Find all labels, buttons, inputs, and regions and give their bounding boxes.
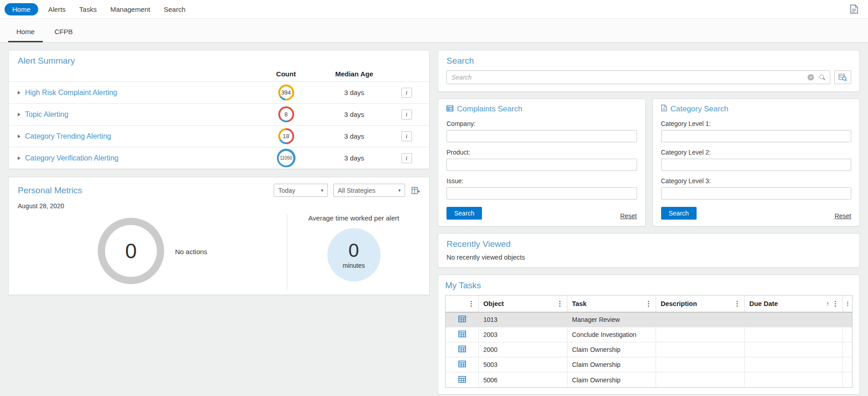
task-description-cell	[656, 312, 745, 327]
actions-label: No actions	[175, 248, 207, 256]
alert-count-value: 394	[280, 86, 292, 99]
export-icon[interactable]	[411, 186, 420, 195]
nav-item-management[interactable]: Management	[110, 5, 151, 13]
task-description-cell	[656, 342, 745, 357]
row-end-cell	[843, 372, 853, 387]
column-header-description: Description	[661, 300, 697, 307]
alert-count-value: 8	[280, 108, 292, 120]
report-document-icon[interactable]	[850, 5, 858, 14]
alert-row-topic: Topic Alerting 8 3 days i	[9, 103, 429, 125]
table-options-icon[interactable]: ⋮	[845, 301, 851, 307]
search-title: Search	[447, 56, 851, 66]
company-label: Company:	[447, 120, 637, 127]
average-time-unit: minutes	[342, 262, 365, 269]
period-select-value: Today	[278, 187, 295, 194]
complaints-search-card: Complaints Search Company: Product: Issu…	[438, 99, 646, 226]
recently-viewed-title: Recently Viewed	[447, 239, 851, 249]
count-column-header: Count	[256, 70, 316, 78]
expand-icon[interactable]	[18, 91, 20, 95]
median-age-value: 3 days	[316, 89, 393, 96]
alert-count-donut: 8	[278, 106, 294, 122]
task-due-date-cell	[745, 327, 843, 342]
task-object-icon[interactable]	[458, 346, 466, 354]
column-menu-icon[interactable]: ⋮	[644, 300, 653, 308]
tasks-table: ⋮ Object⋮ Task⋮ Description⋮ Due Date↑⋮ …	[445, 295, 853, 388]
period-select[interactable]: Today ▾	[274, 184, 328, 197]
page-tabbar: Home CFPB	[0, 19, 868, 43]
task-object-cell: 2000	[479, 342, 567, 357]
task-object-icon[interactable]	[458, 376, 466, 384]
category-level-1-field[interactable]	[661, 130, 852, 142]
category-search-title: Category Search	[671, 105, 729, 114]
nav-item-tasks[interactable]: Tasks	[79, 5, 96, 13]
strategy-select[interactable]: All Strategies ▾	[333, 184, 405, 197]
task-name-cell: Claim Ownership	[567, 342, 656, 357]
task-row[interactable]: 5003 Claim Ownership	[446, 357, 852, 372]
task-name-cell: Claim Ownership	[567, 357, 656, 372]
info-icon[interactable]: i	[401, 88, 412, 98]
advanced-search-button[interactable]	[834, 70, 851, 84]
median-age-value: 3 days	[316, 154, 393, 162]
task-due-date-cell	[745, 342, 843, 357]
personal-metrics-title: Personal Metrics	[18, 185, 274, 195]
recently-viewed-empty-text: No recently viewed objects	[447, 254, 851, 261]
row-end-cell	[843, 357, 853, 372]
column-menu-icon[interactable]: ⋮	[831, 300, 840, 308]
task-object-icon[interactable]	[458, 361, 466, 369]
expand-icon[interactable]	[18, 113, 20, 116]
sort-ascending-icon[interactable]: ↑	[826, 300, 829, 307]
recently-viewed-card: Recently Viewed No recently viewed objec…	[438, 233, 860, 268]
issue-field[interactable]	[447, 187, 637, 200]
nav-item-home[interactable]: Home	[5, 3, 38, 15]
alert-type-link[interactable]: High Risk Complaint Alerting	[25, 89, 117, 97]
alert-type-link[interactable]: Topic Alerting	[25, 110, 68, 119]
alert-summary-card: Alert Summary Count Median Age High Risk…	[8, 50, 430, 169]
strategy-select-value: All Strategies	[338, 187, 375, 194]
info-icon[interactable]: i	[401, 153, 412, 163]
actions-count: 0	[105, 225, 157, 277]
info-icon[interactable]: i	[401, 131, 412, 141]
column-header-object: Object	[483, 300, 504, 307]
info-column-header	[393, 70, 420, 78]
category-level-1-label: Category Level 1:	[661, 120, 852, 127]
category-level-2-field[interactable]	[661, 159, 852, 171]
nav-item-alerts[interactable]: Alerts	[48, 5, 65, 13]
column-menu-icon[interactable]: ⋮	[733, 300, 742, 308]
alert-type-link[interactable]: Category Trending Alerting	[25, 132, 111, 140]
clear-icon[interactable]: ✕	[808, 74, 814, 80]
task-row[interactable]: 1013 Manager Review	[446, 312, 852, 327]
info-icon[interactable]: i	[401, 110, 412, 120]
task-row[interactable]: 2003 Conclude Investigation	[446, 327, 852, 342]
column-menu-icon[interactable]: ⋮	[467, 300, 476, 308]
metrics-date: August 28, 2020	[18, 202, 420, 210]
median-age-value: 3 days	[316, 110, 393, 118]
document-icon	[661, 105, 667, 114]
category-reset-link[interactable]: Reset	[834, 212, 851, 220]
alert-row-category-trending: Category Trending Alerting 18 3 days i	[9, 125, 429, 147]
task-row[interactable]: 5006 Claim Ownership	[446, 372, 852, 387]
task-object-icon[interactable]	[458, 331, 466, 339]
search-input[interactable]	[447, 70, 830, 84]
column-menu-icon[interactable]: ⋮	[556, 300, 564, 308]
alert-type-link[interactable]: Category Verification Alerting	[25, 154, 118, 162]
complaints-search-button[interactable]: Search	[447, 207, 482, 220]
task-object-icon[interactable]	[458, 316, 466, 324]
average-time-circle: 0 minutes	[327, 228, 381, 281]
tab-cfpb[interactable]: CFPB	[45, 28, 83, 42]
company-field[interactable]	[447, 130, 637, 142]
left-column: Alert Summary Count Median Age High Risk…	[8, 50, 430, 295]
expand-icon[interactable]	[18, 156, 20, 160]
category-level-3-field[interactable]	[661, 187, 852, 200]
tab-home[interactable]: Home	[6, 28, 45, 42]
task-row[interactable]: 2000 Claim Ownership	[446, 342, 852, 357]
task-due-date-cell	[745, 312, 843, 327]
search-icon[interactable]	[819, 75, 824, 79]
product-field[interactable]	[447, 159, 637, 171]
tasks-table-header: ⋮ Object⋮ Task⋮ Description⋮ Due Date↑⋮ …	[446, 296, 852, 312]
nav-item-search[interactable]: Search	[164, 5, 186, 13]
table-icon	[447, 105, 453, 114]
complaints-reset-link[interactable]: Reset	[620, 212, 637, 220]
category-search-button[interactable]: Search	[661, 207, 697, 220]
alert-count-donut: 11050	[277, 149, 296, 167]
expand-icon[interactable]	[18, 135, 20, 138]
